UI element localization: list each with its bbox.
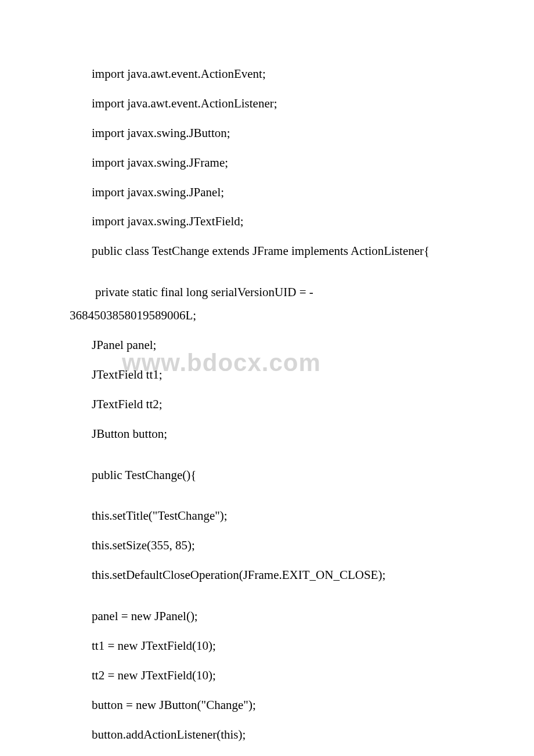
code-line: JPanel panel; [70,334,464,357]
code-text: JButton button; [92,427,167,441]
code-text: private static final long serialVersionU… [70,285,313,299]
code-text: this.setSize(355, 85); [92,538,195,552]
code-line: import java.awt.event.ActionEvent; [70,63,464,86]
code-text: public class TestChange extends JFrame i… [92,244,430,258]
code-text: import javax.swing.JPanel; [92,185,224,199]
code-line: import javax.swing.JTextField; [70,210,464,233]
code-line: JButton button; [70,423,464,446]
code-text: JPanel panel; [92,338,156,352]
code-text: button.addActionListener(this); [92,728,246,741]
code-text: this.setDefaultCloseOperation(JFrame.EXI… [92,568,385,582]
code-line: this.setTitle("TestChange"); [70,505,464,528]
code-line: public class TestChange extends JFrame i… [70,240,464,263]
blank-line [70,452,464,464]
code-line: public TestChange(){ [70,464,464,487]
code-text: tt2 = new JTextField(10); [92,668,216,682]
code-content: import java.awt.event.ActionEvent;import… [70,63,464,747]
code-line: this.setSize(355, 85); [70,534,464,557]
code-line: button.addActionListener(this); [70,723,464,747]
code-line: tt1 = new JTextField(10); [70,635,464,658]
code-line: tt2 = new JTextField(10); [70,664,464,687]
code-text: tt1 = new JTextField(10); [92,639,216,653]
code-line: JTextField tt1; [70,363,464,387]
code-text: import java.awt.event.ActionListener; [92,96,277,110]
code-line: this.setDefaultCloseOperation(JFrame.EXI… [70,564,464,587]
code-text: import javax.swing.JFrame; [92,156,228,170]
code-text: import javax.swing.JButton; [92,126,230,140]
code-text: import javax.swing.JTextField; [92,214,244,228]
code-line: import javax.swing.JFrame; [70,152,464,175]
code-text: panel = new JPanel(); [92,609,198,623]
code-line: private static final long serialVersionU… [70,281,464,327]
blank-line [70,593,464,605]
blank-line [70,493,464,505]
code-text: 3684503858019589006L; [70,308,196,322]
code-text: import java.awt.event.ActionEvent; [92,67,266,81]
code-line: import javax.swing.JPanel; [70,181,464,204]
code-text: public TestChange(){ [92,468,196,482]
code-text: this.setTitle("TestChange"); [92,509,228,523]
document-page: www.bdocx.com import java.awt.event.Acti… [0,0,534,756]
code-line: button = new JButton("Change"); [70,694,464,717]
code-line: JTextField tt2; [70,393,464,416]
blank-line [70,269,464,281]
code-text: button = new JButton("Change"); [92,698,256,712]
code-line: panel = new JPanel(); [70,605,464,628]
code-text: JTextField tt1; [92,368,163,381]
code-line: import java.awt.event.ActionListener; [70,92,464,116]
code-text: JTextField tt2; [92,397,163,411]
code-line: import javax.swing.JButton; [70,122,464,145]
